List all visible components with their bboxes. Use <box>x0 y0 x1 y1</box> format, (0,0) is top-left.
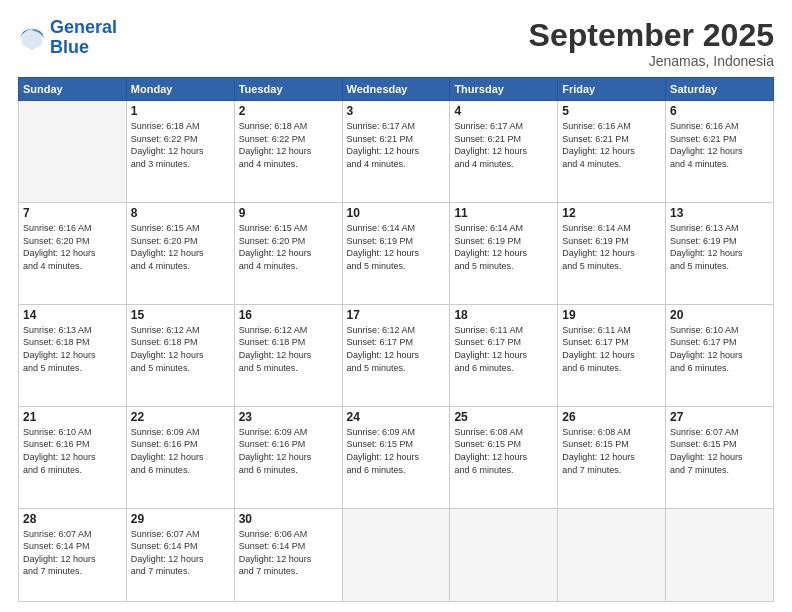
day-info: Sunrise: 6:18 AM Sunset: 6:22 PM Dayligh… <box>131 120 230 170</box>
day-number: 25 <box>454 410 553 424</box>
day-info: Sunrise: 6:17 AM Sunset: 6:21 PM Dayligh… <box>347 120 446 170</box>
day-info: Sunrise: 6:13 AM Sunset: 6:18 PM Dayligh… <box>23 324 122 374</box>
calendar-week-4: 28Sunrise: 6:07 AM Sunset: 6:14 PM Dayli… <box>19 508 774 601</box>
calendar-cell <box>450 508 558 601</box>
logo-icon <box>18 24 46 52</box>
day-number: 1 <box>131 104 230 118</box>
calendar-cell: 29Sunrise: 6:07 AM Sunset: 6:14 PM Dayli… <box>126 508 234 601</box>
calendar-cell: 16Sunrise: 6:12 AM Sunset: 6:18 PM Dayli… <box>234 304 342 406</box>
day-info: Sunrise: 6:13 AM Sunset: 6:19 PM Dayligh… <box>670 222 769 272</box>
day-number: 26 <box>562 410 661 424</box>
location: Jenamas, Indonesia <box>529 53 774 69</box>
day-info: Sunrise: 6:15 AM Sunset: 6:20 PM Dayligh… <box>239 222 338 272</box>
day-info: Sunrise: 6:11 AM Sunset: 6:17 PM Dayligh… <box>454 324 553 374</box>
calendar-cell <box>19 101 127 203</box>
day-number: 14 <box>23 308 122 322</box>
calendar-cell: 12Sunrise: 6:14 AM Sunset: 6:19 PM Dayli… <box>558 203 666 305</box>
calendar-cell: 14Sunrise: 6:13 AM Sunset: 6:18 PM Dayli… <box>19 304 127 406</box>
day-number: 16 <box>239 308 338 322</box>
day-info: Sunrise: 6:16 AM Sunset: 6:21 PM Dayligh… <box>562 120 661 170</box>
day-number: 5 <box>562 104 661 118</box>
calendar-cell: 21Sunrise: 6:10 AM Sunset: 6:16 PM Dayli… <box>19 406 127 508</box>
logo-text: General Blue <box>50 18 117 58</box>
day-info: Sunrise: 6:14 AM Sunset: 6:19 PM Dayligh… <box>562 222 661 272</box>
calendar-week-1: 7Sunrise: 6:16 AM Sunset: 6:20 PM Daylig… <box>19 203 774 305</box>
calendar-cell <box>558 508 666 601</box>
month-title: September 2025 <box>529 18 774 53</box>
header-wednesday: Wednesday <box>342 78 450 101</box>
day-info: Sunrise: 6:09 AM Sunset: 6:16 PM Dayligh… <box>131 426 230 476</box>
logo-general: General <box>50 17 117 37</box>
day-info: Sunrise: 6:12 AM Sunset: 6:18 PM Dayligh… <box>239 324 338 374</box>
calendar-cell: 24Sunrise: 6:09 AM Sunset: 6:15 PM Dayli… <box>342 406 450 508</box>
day-number: 7 <box>23 206 122 220</box>
calendar-week-2: 14Sunrise: 6:13 AM Sunset: 6:18 PM Dayli… <box>19 304 774 406</box>
calendar-cell: 28Sunrise: 6:07 AM Sunset: 6:14 PM Dayli… <box>19 508 127 601</box>
day-number: 28 <box>23 512 122 526</box>
day-number: 18 <box>454 308 553 322</box>
day-number: 17 <box>347 308 446 322</box>
calendar-cell: 10Sunrise: 6:14 AM Sunset: 6:19 PM Dayli… <box>342 203 450 305</box>
calendar-cell: 4Sunrise: 6:17 AM Sunset: 6:21 PM Daylig… <box>450 101 558 203</box>
day-info: Sunrise: 6:14 AM Sunset: 6:19 PM Dayligh… <box>347 222 446 272</box>
calendar-cell: 1Sunrise: 6:18 AM Sunset: 6:22 PM Daylig… <box>126 101 234 203</box>
calendar-cell: 25Sunrise: 6:08 AM Sunset: 6:15 PM Dayli… <box>450 406 558 508</box>
day-number: 22 <box>131 410 230 424</box>
day-number: 6 <box>670 104 769 118</box>
calendar-cell: 3Sunrise: 6:17 AM Sunset: 6:21 PM Daylig… <box>342 101 450 203</box>
header-saturday: Saturday <box>666 78 774 101</box>
header-tuesday: Tuesday <box>234 78 342 101</box>
calendar-cell: 17Sunrise: 6:12 AM Sunset: 6:17 PM Dayli… <box>342 304 450 406</box>
day-info: Sunrise: 6:09 AM Sunset: 6:16 PM Dayligh… <box>239 426 338 476</box>
calendar-cell: 15Sunrise: 6:12 AM Sunset: 6:18 PM Dayli… <box>126 304 234 406</box>
calendar-cell: 6Sunrise: 6:16 AM Sunset: 6:21 PM Daylig… <box>666 101 774 203</box>
day-info: Sunrise: 6:08 AM Sunset: 6:15 PM Dayligh… <box>562 426 661 476</box>
day-info: Sunrise: 6:11 AM Sunset: 6:17 PM Dayligh… <box>562 324 661 374</box>
day-info: Sunrise: 6:10 AM Sunset: 6:16 PM Dayligh… <box>23 426 122 476</box>
calendar-cell <box>342 508 450 601</box>
day-number: 27 <box>670 410 769 424</box>
day-info: Sunrise: 6:07 AM Sunset: 6:15 PM Dayligh… <box>670 426 769 476</box>
calendar-header-row: SundayMondayTuesdayWednesdayThursdayFrid… <box>19 78 774 101</box>
page: General Blue September 2025 Jenamas, Ind… <box>0 0 792 612</box>
calendar-cell: 20Sunrise: 6:10 AM Sunset: 6:17 PM Dayli… <box>666 304 774 406</box>
day-info: Sunrise: 6:12 AM Sunset: 6:18 PM Dayligh… <box>131 324 230 374</box>
calendar-cell: 22Sunrise: 6:09 AM Sunset: 6:16 PM Dayli… <box>126 406 234 508</box>
day-number: 3 <box>347 104 446 118</box>
day-number: 30 <box>239 512 338 526</box>
calendar-cell <box>666 508 774 601</box>
day-number: 21 <box>23 410 122 424</box>
day-info: Sunrise: 6:06 AM Sunset: 6:14 PM Dayligh… <box>239 528 338 578</box>
calendar-cell: 8Sunrise: 6:15 AM Sunset: 6:20 PM Daylig… <box>126 203 234 305</box>
header-sunday: Sunday <box>19 78 127 101</box>
day-info: Sunrise: 6:18 AM Sunset: 6:22 PM Dayligh… <box>239 120 338 170</box>
calendar-cell: 18Sunrise: 6:11 AM Sunset: 6:17 PM Dayli… <box>450 304 558 406</box>
day-info: Sunrise: 6:07 AM Sunset: 6:14 PM Dayligh… <box>131 528 230 578</box>
title-block: September 2025 Jenamas, Indonesia <box>529 18 774 69</box>
day-number: 11 <box>454 206 553 220</box>
day-number: 23 <box>239 410 338 424</box>
calendar-cell: 13Sunrise: 6:13 AM Sunset: 6:19 PM Dayli… <box>666 203 774 305</box>
header-monday: Monday <box>126 78 234 101</box>
calendar-week-0: 1Sunrise: 6:18 AM Sunset: 6:22 PM Daylig… <box>19 101 774 203</box>
day-info: Sunrise: 6:08 AM Sunset: 6:15 PM Dayligh… <box>454 426 553 476</box>
day-info: Sunrise: 6:16 AM Sunset: 6:20 PM Dayligh… <box>23 222 122 272</box>
day-number: 12 <box>562 206 661 220</box>
day-number: 20 <box>670 308 769 322</box>
header: General Blue September 2025 Jenamas, Ind… <box>18 18 774 69</box>
header-thursday: Thursday <box>450 78 558 101</box>
day-number: 29 <box>131 512 230 526</box>
logo-blue: Blue <box>50 38 117 58</box>
day-info: Sunrise: 6:14 AM Sunset: 6:19 PM Dayligh… <box>454 222 553 272</box>
header-friday: Friday <box>558 78 666 101</box>
calendar-cell: 26Sunrise: 6:08 AM Sunset: 6:15 PM Dayli… <box>558 406 666 508</box>
calendar-cell: 2Sunrise: 6:18 AM Sunset: 6:22 PM Daylig… <box>234 101 342 203</box>
calendar-cell: 23Sunrise: 6:09 AM Sunset: 6:16 PM Dayli… <box>234 406 342 508</box>
day-info: Sunrise: 6:15 AM Sunset: 6:20 PM Dayligh… <box>131 222 230 272</box>
calendar-cell: 7Sunrise: 6:16 AM Sunset: 6:20 PM Daylig… <box>19 203 127 305</box>
day-number: 19 <box>562 308 661 322</box>
day-number: 10 <box>347 206 446 220</box>
day-info: Sunrise: 6:12 AM Sunset: 6:17 PM Dayligh… <box>347 324 446 374</box>
day-number: 24 <box>347 410 446 424</box>
day-info: Sunrise: 6:10 AM Sunset: 6:17 PM Dayligh… <box>670 324 769 374</box>
